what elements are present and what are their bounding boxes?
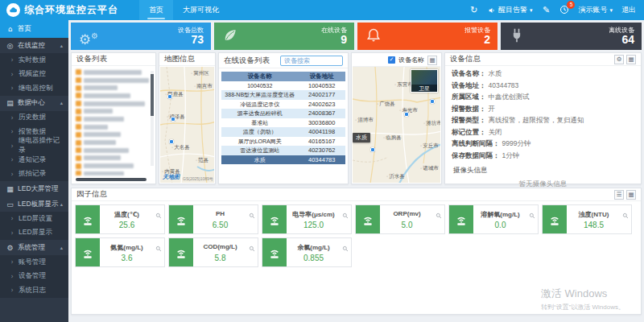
- device-name-checkbox[interactable]: ✓: [388, 56, 395, 64]
- sidebar-item-label: 通知记录: [19, 155, 46, 165]
- zoom-icon[interactable]: [436, 208, 442, 214]
- sidebar-item-data-center[interactable]: ▤数据中心▴: [0, 96, 68, 111]
- device-marker-pin[interactable]: [370, 147, 375, 152]
- map-place-label: 南宫市: [194, 83, 213, 90]
- factor-card-conductivity[interactable]: 电导率(μs/cm) 125.0: [262, 204, 352, 234]
- table-row[interactable]: 1004053210040532: [221, 81, 345, 91]
- list-item[interactable]: [76, 100, 149, 108]
- list-item[interactable]: [76, 123, 149, 131]
- stat-card-alarm-devices[interactable]: 报警设备 2: [357, 23, 497, 50]
- factor-value: 0.855: [287, 254, 341, 262]
- list-item[interactable]: [76, 107, 149, 115]
- vertical-scrollbar[interactable]: [151, 71, 154, 166]
- factor-card-orp[interactable]: ORP(mv) 5.0: [355, 204, 445, 234]
- horizontal-scrollbar[interactable]: [76, 178, 147, 181]
- list-item[interactable]: [76, 155, 149, 163]
- factor-value: 148.5: [567, 221, 621, 229]
- tab-big-screen[interactable]: 大屏可视化: [173, 0, 229, 20]
- zoom-icon[interactable]: [622, 208, 629, 214]
- factor-card-ammonia[interactable]: 氨氮(mg/L) 3.6: [75, 237, 165, 267]
- zoom-icon[interactable]: [249, 241, 255, 247]
- sidebar-item-online-monitoring[interactable]: ◎在线监控▴: [0, 38, 68, 53]
- sidebar-item-led-panel-display[interactable]: ▭LED板屏显示▴: [0, 196, 68, 212]
- factor-card-residual-chlorine[interactable]: 余氯(mg/L) 0.855: [262, 237, 352, 267]
- alarm-dropdown[interactable]: 醒目告警 ▾: [488, 5, 533, 15]
- table-row[interactable]: 基准站30036800: [221, 118, 345, 128]
- notification-button[interactable]: 5: [559, 5, 569, 16]
- list-item[interactable]: [76, 92, 149, 100]
- list-item[interactable]: [76, 115, 149, 123]
- device-list-panel: 设备列表: [71, 52, 156, 184]
- zoom-icon[interactable]: [529, 208, 535, 214]
- logout-button[interactable]: 退出: [621, 5, 636, 15]
- sidebar-item-video-monitoring[interactable]: ›视频监控: [0, 68, 68, 82]
- list-item[interactable]: [76, 84, 149, 92]
- factor-card-cod[interactable]: COD(mg/L) 5.8: [168, 237, 258, 267]
- sidebar-item-led-display[interactable]: ›LED屏显示: [0, 226, 68, 241]
- zoom-icon[interactable]: [249, 208, 255, 214]
- list-item[interactable]: [76, 170, 149, 175]
- list-item[interactable]: [76, 162, 149, 170]
- table-row[interactable]: 388-NB型大屏温湿度变送器24002177: [221, 90, 345, 100]
- sidebar-item-relay-control[interactable]: ›继电器控制: [0, 81, 68, 96]
- region-map[interactable]: 冀州区 南宫市 巨鹿县 鸡泽县 大名县 内黄县 范县 天地图 GS(2025)1…: [160, 67, 214, 183]
- grid-view-button[interactable]: ▦: [626, 190, 636, 200]
- list-item[interactable]: [76, 147, 149, 155]
- stat-card-total-devices[interactable]: ⚙⚙ 设备总数 73: [71, 23, 211, 50]
- sidebar-item-system-management[interactable]: ⚙系统管理▴: [0, 240, 68, 255]
- sidebar-item-relay-records[interactable]: ›继电器操作记录: [0, 139, 68, 154]
- sidebar-item-led-management[interactable]: ▦LED大屏管理: [0, 181, 68, 196]
- table-row[interactable]: 冷链温度记录仪24002623: [221, 100, 345, 109]
- table-row[interactable]: 展厅的LORA网关40165167: [221, 137, 345, 147]
- table-row-selected[interactable]: 水质40344783: [221, 155, 345, 165]
- device-settings-button[interactable]: ⚙: [614, 55, 624, 64]
- sidebar-item-system-logs[interactable]: ›系统日志: [0, 283, 68, 298]
- edit-pen-icon[interactable]: ✎: [541, 6, 551, 15]
- device-marker-pin[interactable]: [430, 99, 435, 104]
- sidebar-item-realtime-data[interactable]: ›实时数据: [0, 53, 68, 68]
- sidebar-item-account-management[interactable]: ›账号管理: [0, 255, 68, 270]
- factor-card-ph[interactable]: PH 6.50: [168, 204, 258, 234]
- factor-card-dissolved-oxygen[interactable]: 溶解氧(mg/L) 0.0: [448, 204, 539, 234]
- device-marker-pin[interactable]: [167, 94, 172, 99]
- list-item[interactable]: [76, 76, 149, 85]
- device-marker-pin[interactable]: [171, 117, 175, 122]
- factor-label: COD(mg/L): [193, 243, 247, 250]
- device-image-button[interactable]: ▦: [626, 55, 636, 64]
- table-row[interactable]: 源丰达食品粉碎机24008367: [221, 109, 345, 118]
- refresh-icon[interactable]: ↻: [469, 6, 479, 15]
- camera-info-tab[interactable]: 摄像头信息: [445, 163, 641, 176]
- table-row[interactable]: 雷达液位监测站40230762: [221, 146, 345, 155]
- speaker-icon: [488, 6, 496, 14]
- list-item[interactable]: [76, 138, 149, 147]
- field-label: 设备地址：: [452, 82, 486, 90]
- gears-icon: ⚙⚙: [79, 27, 97, 45]
- list-item[interactable]: [76, 68, 149, 76]
- zoom-icon[interactable]: [342, 208, 349, 214]
- sidebar-item-snapshot-records[interactable]: ›抓拍记录: [0, 167, 68, 182]
- zoom-icon[interactable]: [342, 241, 349, 247]
- account-dropdown[interactable]: 演示账号 ▾: [578, 5, 613, 15]
- sidebar-item-device-management[interactable]: ›设备管理: [0, 270, 68, 284]
- sidebar-item-history-data[interactable]: ›历史数据: [0, 111, 68, 126]
- factor-card-temperature[interactable]: 温度(℃) 25.6: [75, 204, 165, 234]
- device-search-input[interactable]: [280, 56, 343, 66]
- sidebar-item-home[interactable]: ⌂首页: [0, 20, 68, 38]
- watermark-line1: 激活 Windows: [541, 287, 625, 301]
- zoom-icon[interactable]: [155, 208, 162, 214]
- tab-home[interactable]: 首页: [139, 0, 173, 20]
- factor-card-turbidity[interactable]: 浊度(NTU) 148.5: [542, 204, 632, 234]
- device-tree-list[interactable]: [76, 68, 149, 175]
- satellite-layer-thumbnail[interactable]: 卫星: [411, 69, 438, 93]
- stat-card-offline-devices[interactable]: 离线设备 64: [501, 23, 642, 50]
- device-marker-pin[interactable]: [404, 112, 409, 117]
- map-layers-button[interactable]: ▦: [427, 56, 437, 65]
- device-marker-pin[interactable]: [169, 139, 174, 144]
- list-item[interactable]: [76, 131, 149, 139]
- device-address-cell: 40230762: [298, 146, 345, 155]
- stat-card-online-devices[interactable]: 在线设备 9: [214, 23, 354, 50]
- list-view-button[interactable]: ☰: [614, 190, 624, 200]
- table-row[interactable]: 温度（勿动）40041198: [221, 127, 345, 137]
- zoom-icon[interactable]: [155, 241, 162, 247]
- sidebar-item-led-settings[interactable]: ›LED屏设置: [0, 212, 68, 226]
